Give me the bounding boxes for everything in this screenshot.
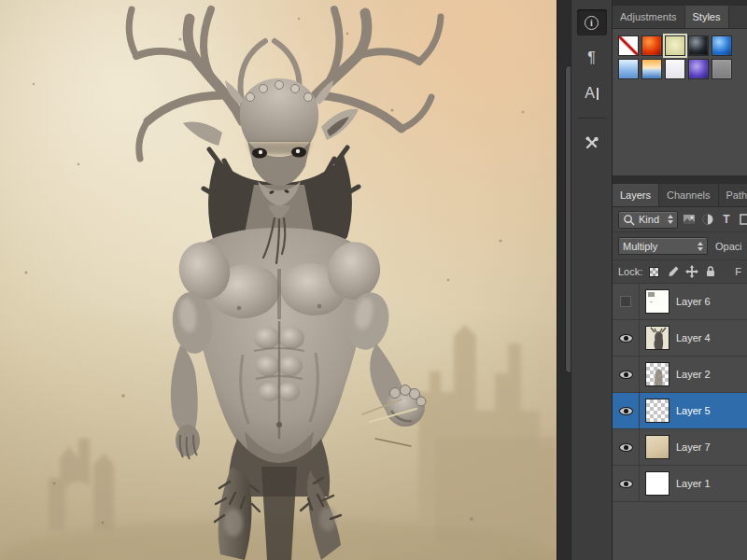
canvas-vertical-scrollbar[interactable] <box>557 0 571 560</box>
search-icon <box>623 214 635 226</box>
filter-adjustment-layers-icon[interactable] <box>700 212 715 227</box>
style-swatch-white-pattern[interactable] <box>665 59 685 79</box>
lock-all-icon[interactable] <box>703 265 717 279</box>
tab-styles[interactable]: Styles <box>685 6 729 28</box>
filter-type-layers-icon[interactable]: T <box>719 212 734 227</box>
style-swatch-purple-gloss[interactable] <box>688 59 709 79</box>
panel-gap <box>613 175 747 184</box>
character-styles-panel-icon[interactable]: A <box>577 80 607 106</box>
lock-label: Lock: <box>618 266 642 277</box>
layer-name: Layer 6 <box>676 296 711 307</box>
layers-panel-tabbar: Layers Channels Paths <box>613 184 747 207</box>
layer-name: Layer 4 <box>676 332 711 343</box>
layers-panel: Layers Channels Paths Kind <box>613 184 747 560</box>
visibility-toggle[interactable] <box>613 320 640 356</box>
layer-thumbnail[interactable] <box>645 471 669 496</box>
layer-name: Layer 7 <box>676 441 711 453</box>
style-swatch-light-blue-gloss[interactable] <box>618 59 639 79</box>
visibility-toggle[interactable] <box>613 284 640 319</box>
layer-thumbnail[interactable] <box>645 435 669 459</box>
info-panel-icon[interactable]: i <box>577 9 607 35</box>
blend-mode-value: Multiply <box>623 241 657 252</box>
layer-name: Layer 2 <box>676 369 711 380</box>
style-swatch-pale-green-stroke[interactable] <box>665 35 685 56</box>
select-arrows-icon <box>668 215 673 224</box>
style-swatch-sunset-gradient[interactable] <box>641 59 662 79</box>
blend-mode-select[interactable]: Multiply <box>618 237 708 255</box>
styles-panel-tabbar: Adjustments Styles <box>613 6 747 29</box>
eye-icon <box>619 480 633 488</box>
layer-thumbnail[interactable] <box>645 362 669 386</box>
layer-name: Layer 1 <box>676 478 711 489</box>
visibility-toggle[interactable] <box>613 357 640 392</box>
layer-row-layer-5[interactable]: Layer 5 <box>613 393 747 429</box>
paragraph-panel-icon[interactable]: ¶ <box>577 45 607 71</box>
layer-filter-row: Kind T <box>613 207 747 232</box>
artwork-demon-painting <box>0 0 557 560</box>
lock-transparency-icon[interactable] <box>647 265 661 279</box>
layer-thumbnail[interactable] <box>645 326 669 350</box>
eye-icon <box>619 407 633 415</box>
filter-shape-layers-icon[interactable] <box>738 212 747 227</box>
eye-icon <box>619 443 633 452</box>
panel-column: Adjustments Styles Layers Channels <box>613 0 747 560</box>
style-swatch-gray-flat[interactable] <box>712 59 732 79</box>
visibility-toggle[interactable] <box>613 466 640 501</box>
eye-icon <box>619 371 633 379</box>
styles-panel <box>613 29 747 175</box>
collapsed-panel-dock: i ¶ A <box>571 0 613 560</box>
lock-position-icon[interactable] <box>684 265 698 279</box>
filter-kind-select[interactable]: Kind <box>618 211 678 229</box>
dock-separator <box>578 118 606 119</box>
layer-row-layer-4[interactable]: Layer 4 <box>613 320 747 357</box>
tool-presets-panel-icon[interactable] <box>577 130 607 156</box>
hidden-visibility-box <box>620 296 631 307</box>
style-swatch-grid <box>613 29 743 79</box>
select-arrows-icon <box>698 242 703 251</box>
tab-layers[interactable]: Layers <box>613 184 659 206</box>
tab-channels[interactable]: Channels <box>659 184 718 206</box>
filter-pixel-layers-icon[interactable] <box>682 212 697 227</box>
opacity-label: Opaci <box>715 241 741 252</box>
layer-row-layer-2[interactable]: Layer 2 <box>613 357 747 393</box>
layer-list: Layer 6 Layer 4 <box>613 284 747 560</box>
layer-name: Layer 5 <box>676 405 711 416</box>
layer-thumbnail[interactable] <box>645 289 669 314</box>
style-swatch-default-none[interactable] <box>618 35 639 56</box>
canvas[interactable] <box>0 0 557 560</box>
tab-adjustments[interactable]: Adjustments <box>613 6 685 28</box>
style-swatch-red-orange-gloss[interactable] <box>641 35 662 56</box>
style-swatch-blue-gloss[interactable] <box>712 35 732 56</box>
blend-mode-row: Multiply Opaci <box>613 232 747 260</box>
layer-row-layer-7[interactable]: Layer 7 <box>613 429 747 466</box>
filter-kind-label: Kind <box>639 214 659 225</box>
style-swatch-dark-sphere[interactable] <box>688 35 709 56</box>
lock-row: Lock: F <box>613 260 747 284</box>
lock-paint-icon[interactable] <box>666 265 680 279</box>
layer-row-layer-6[interactable]: Layer 6 <box>613 284 747 320</box>
fill-label: F <box>735 266 741 277</box>
photoshop-window: i ¶ A Adjustments Styles <box>0 0 747 560</box>
visibility-toggle[interactable] <box>613 429 640 465</box>
layer-thumbnail[interactable] <box>645 399 669 423</box>
visibility-toggle[interactable] <box>613 393 640 428</box>
eye-icon <box>619 334 633 343</box>
tab-paths[interactable]: Paths <box>719 184 747 206</box>
layer-row-layer-1[interactable]: Layer 1 <box>613 466 747 502</box>
